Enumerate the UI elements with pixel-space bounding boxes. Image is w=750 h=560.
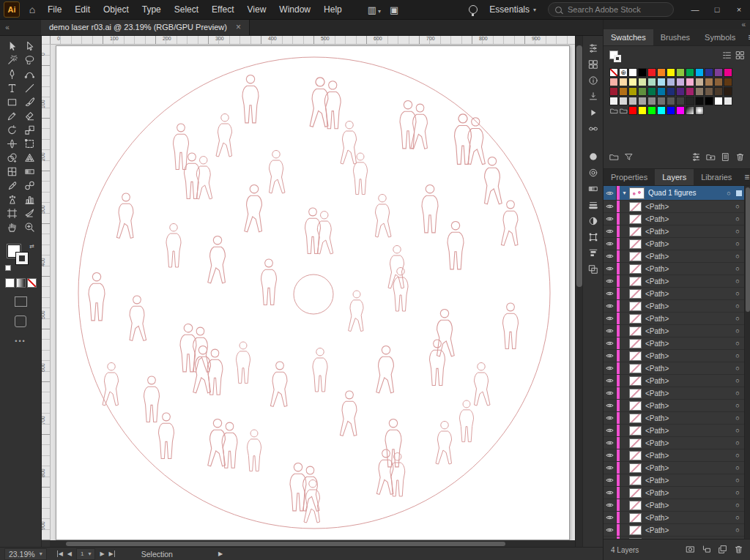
workspace-switcher[interactable]: Essentials ▾ — [489, 4, 536, 15]
visibility-toggle[interactable] — [604, 512, 617, 523]
tool-rectangle[interactable] — [3, 95, 21, 109]
color-guide-panel-icon[interactable] — [584, 165, 602, 179]
document-info-panel-icon[interactable] — [584, 73, 602, 87]
visibility-toggle[interactable] — [604, 412, 617, 424]
path-thumbnail[interactable] — [629, 239, 642, 249]
swatch[interactable] — [619, 97, 628, 105]
visibility-toggle[interactable] — [604, 225, 617, 237]
visibility-toggle[interactable] — [604, 300, 617, 312]
visibility-toggle[interactable] — [604, 462, 617, 474]
tool-curvature[interactable] — [21, 67, 38, 81]
panel-menu-icon[interactable]: ≡ — [739, 169, 750, 185]
tool-perspective-grid[interactable] — [21, 151, 38, 165]
path-thumbnail[interactable] — [629, 451, 642, 460]
swatch[interactable] — [638, 97, 647, 105]
swatch[interactable] — [686, 68, 694, 77]
path-thumbnail[interactable] — [629, 264, 642, 274]
artboard[interactable] — [56, 45, 570, 540]
tab-swatches[interactable]: Swatches — [604, 29, 653, 45]
path-thumbnail[interactable] — [629, 302, 642, 311]
layer-thumbnail[interactable] — [629, 187, 645, 199]
visibility-toggle[interactable] — [604, 337, 617, 349]
tool-hand[interactable] — [3, 220, 21, 234]
target-circle[interactable]: ○ — [733, 464, 742, 471]
path-row[interactable]: <Path>○ — [604, 225, 750, 238]
visibility-toggle[interactable] — [604, 313, 617, 324]
target-circle[interactable]: ○ — [733, 290, 742, 297]
app-icon[interactable]: Ai — [4, 1, 20, 18]
target-circle[interactable]: ○ — [724, 190, 733, 197]
tool-selection[interactable] — [3, 40, 21, 53]
swatch[interactable] — [609, 87, 618, 96]
tool-pencil[interactable] — [3, 109, 21, 123]
artwork-figures[interactable] — [56, 46, 569, 540]
search-input[interactable] — [566, 4, 656, 15]
visibility-toggle[interactable] — [604, 437, 617, 449]
export-panel-icon[interactable] — [584, 89, 602, 103]
swatch[interactable] — [667, 78, 675, 86]
swatch[interactable] — [609, 78, 618, 86]
delete-icon[interactable] — [734, 545, 743, 556]
swatch[interactable] — [647, 87, 656, 96]
path-row[interactable]: <Path>○ — [604, 425, 750, 437]
swap-fill-stroke-icon[interactable]: ⇄ — [29, 243, 34, 250]
swatch[interactable] — [724, 87, 732, 96]
visibility-toggle[interactable] — [604, 325, 617, 337]
target-circle[interactable]: ○ — [733, 352, 742, 359]
transform-panel-icon[interactable] — [584, 230, 602, 244]
swatch-gradient[interactable] — [695, 106, 704, 115]
swatch[interactable] — [676, 97, 685, 105]
path-thumbnail[interactable] — [629, 463, 642, 473]
zoom-level-select[interactable]: 23.19% ▾ — [4, 548, 47, 560]
tool-rotate[interactable] — [3, 123, 21, 137]
target-circle[interactable]: ○ — [733, 501, 742, 509]
swatch[interactable] — [628, 78, 637, 86]
target-circle[interactable]: ○ — [733, 514, 742, 521]
path-row[interactable]: <Path>○ — [604, 412, 750, 425]
target-circle[interactable]: ○ — [733, 402, 742, 409]
discover-icon[interactable] — [469, 5, 478, 14]
menu-view[interactable]: View — [241, 0, 273, 19]
path-thumbnail[interactable] — [629, 438, 642, 448]
tool-paintbrush[interactable] — [21, 95, 38, 109]
previous-artboard-icon[interactable]: ◀ — [67, 550, 72, 557]
swatch-options-icon[interactable] — [691, 152, 701, 164]
swatch[interactable] — [647, 106, 656, 115]
target-circle[interactable]: ○ — [733, 203, 742, 210]
swatch[interactable] — [724, 68, 732, 77]
menu-edit[interactable]: Edit — [68, 0, 97, 19]
minimize-button[interactable]: — — [684, 0, 706, 19]
adjustments-panel-icon[interactable] — [584, 41, 602, 55]
gradient-panel-icon[interactable] — [584, 182, 602, 195]
tool-symbol-sprayer[interactable] — [3, 193, 21, 206]
target-circle[interactable]: ○ — [733, 477, 742, 484]
color-button[interactable] — [5, 278, 15, 288]
show-swatch-kinds-icon[interactable] — [624, 152, 634, 164]
path-thumbnail[interactable] — [629, 202, 642, 212]
tool-gradient[interactable] — [21, 165, 38, 179]
path-row[interactable]: <Path>○ — [604, 537, 750, 539]
first-artboard-icon[interactable]: ◀ — [57, 550, 63, 557]
swatch-gradient[interactable] — [686, 106, 694, 115]
menu-type[interactable]: Type — [135, 0, 168, 19]
swatch[interactable] — [667, 97, 675, 105]
path-thumbnail[interactable] — [629, 526, 642, 535]
tab-layers[interactable]: Layers — [655, 169, 694, 185]
menu-window[interactable]: Window — [272, 0, 317, 19]
path-row[interactable]: <Path>○ — [604, 499, 750, 512]
swatch[interactable] — [714, 87, 723, 96]
target-circle[interactable]: ○ — [733, 228, 742, 235]
tool-column-graph[interactable] — [21, 193, 38, 206]
swatch[interactable] — [695, 78, 704, 86]
swatch[interactable] — [695, 97, 704, 105]
arrange-documents-icon[interactable]: ▣ — [390, 4, 398, 15]
ruler-top[interactable]: 0100200300400500600700800900 — [50, 35, 575, 45]
delete-swatch-icon[interactable] — [735, 152, 745, 164]
path-thumbnail[interactable] — [629, 501, 642, 510]
target-circle[interactable]: ○ — [733, 277, 742, 285]
path-row[interactable]: <Path>○ — [604, 375, 750, 387]
target-circle[interactable]: ○ — [733, 302, 742, 310]
visibility-toggle[interactable] — [604, 213, 617, 225]
fill-stroke-proxy[interactable] — [609, 51, 624, 64]
path-thumbnail[interactable] — [629, 364, 642, 373]
